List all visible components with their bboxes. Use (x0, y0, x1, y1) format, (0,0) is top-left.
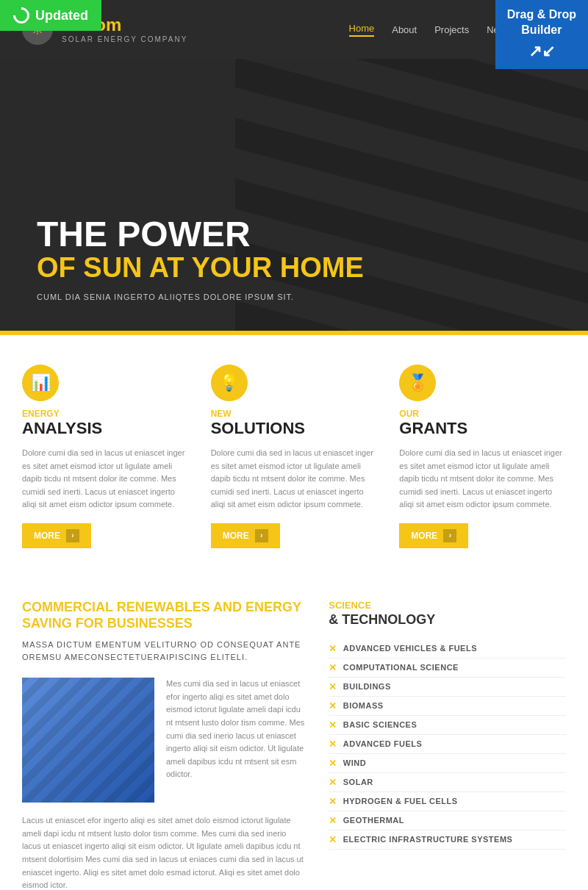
hero-title-line1: THE POWER (37, 217, 551, 252)
list-item: ✕ADVANCED VEHICLES & FUELS (329, 639, 566, 658)
commercial-text2: Lacus ut eniascet efor ingerto aliqi es … (22, 814, 306, 890)
science-title: & TECHNOLOGY (329, 612, 566, 628)
feature-solutions-text: Dolore cumi dia sed in lacus ut eniascet… (211, 447, 378, 512)
dnd-line2: Builder (521, 24, 562, 36)
x-icon: ✕ (329, 834, 337, 845)
dnd-badge: Drag & Drop Builder ↗↙ (495, 0, 588, 69)
feature-grants-text: Dolore cumi dia sed in lacus ut eniascet… (399, 447, 566, 512)
dnd-line1: Drag & Drop (507, 8, 576, 21)
feature-solutions-title: SOLUTIONS (211, 419, 378, 438)
feature-grants-icon: 🏅 (399, 365, 436, 401)
feature-solutions-label: NEW (211, 409, 378, 419)
chevron-right-icon: › (66, 529, 79, 542)
feature-energy: 📊 ENERGY ANALYSIS Dolore cumi dia sed in… (22, 365, 189, 548)
nav-home[interactable]: Home (349, 23, 375, 37)
feature-grants-more[interactable]: MORE › (399, 523, 468, 548)
list-item: ✕BIOMASS (329, 697, 566, 716)
commercial-heading: COMMERCIAL RENEWABLES AND ENERGY SAVING … (22, 600, 306, 631)
x-icon: ✕ (329, 796, 337, 807)
x-icon: ✕ (329, 643, 337, 654)
feature-grants-label: OUR (399, 409, 566, 419)
nav-projects[interactable]: Projects (434, 24, 469, 35)
x-icon: ✕ (329, 739, 337, 750)
commercial-text1: Mes cumi dia sed in lacus ut eniascet ef… (166, 678, 306, 781)
x-icon: ✕ (329, 662, 337, 673)
science-section: SCIENCE & TECHNOLOGY ✕ADVANCED VEHICLES … (329, 600, 566, 890)
x-icon: ✕ (329, 719, 337, 731)
mid-section: COMMERCIAL RENEWABLES AND ENERGY SAVING … (0, 578, 588, 890)
list-item: ✕ELECTRIC INFRASTRUCTURE SYSTEMS (329, 830, 566, 850)
tech-list: ✕ADVANCED VEHICLES & FUELS ✕COMPUTATIONA… (329, 639, 566, 850)
feature-solutions: 💡 NEW SOLUTIONS Dolore cumi dia sed in l… (211, 365, 378, 548)
feature-energy-title: ANALYSIS (22, 419, 189, 438)
hero-section: THE POWER OF SUN AT YOUR HOME CUML DIA S… (0, 59, 588, 331)
feature-solutions-icon: 💡 (211, 365, 248, 401)
updated-badge: Updated (0, 0, 101, 31)
features-section: 📊 ENERGY ANALYSIS Dolore cumi dia sed in… (0, 335, 588, 578)
hero-content: THE POWER OF SUN AT YOUR HOME CUML DIA S… (37, 217, 551, 301)
chevron-right-icon: › (255, 529, 268, 542)
feature-grants-title: GRANTS (399, 419, 566, 438)
science-label: SCIENCE (329, 600, 566, 611)
list-item: ✕WIND (329, 754, 566, 773)
list-item: ✕BASIC SCIENCES (329, 716, 566, 735)
refresh-icon (10, 4, 32, 26)
x-icon: ✕ (329, 700, 337, 711)
list-item: ✕HYDROGEN & FUEL CELLS (329, 792, 566, 811)
hero-title-line2: OF SUN AT YOUR HOME (37, 252, 551, 284)
list-item: ✕GEOTHERMAL (329, 811, 566, 830)
logo-sub: SOLAR ENERGY COMPANY (62, 35, 187, 43)
feature-grants: 🏅 OUR GRANTS Dolore cumi dia sed in lacu… (399, 365, 566, 548)
x-icon: ✕ (329, 758, 337, 769)
x-icon: ✕ (329, 815, 337, 826)
commercial-section: COMMERCIAL RENEWABLES AND ENERGY SAVING … (22, 600, 306, 890)
x-icon: ✕ (329, 681, 337, 692)
feature-energy-label: ENERGY (22, 409, 189, 419)
arrows-icon: ↗↙ (507, 41, 576, 62)
list-item: ✕COMPUTATIONAL SCIENCE (329, 658, 566, 678)
feature-energy-icon: 📊 (22, 365, 59, 401)
updated-label: Updated (35, 8, 88, 24)
list-item: ✕ADVANCED FUELS (329, 735, 566, 754)
nav-about[interactable]: About (392, 24, 417, 35)
chevron-right-icon: › (443, 529, 456, 542)
list-item: ✕SOLAR (329, 773, 566, 792)
feature-solutions-more[interactable]: MORE › (211, 523, 280, 548)
x-icon: ✕ (329, 777, 337, 788)
feature-energy-text: Dolore cumi dia sed in lacus ut eniascet… (22, 447, 189, 512)
commercial-content: Mes cumi dia sed in lacus ut eniascet ef… (22, 678, 306, 803)
solar-panel-image (22, 678, 154, 803)
feature-energy-more[interactable]: MORE › (22, 523, 91, 548)
hero-tagline: CUML DIA SENIA INGERTO ALIIQTES DOLORE I… (37, 293, 551, 301)
commercial-tagline: MASSA DICTUM EMENTUM VELITURNO OD CONSEQ… (22, 639, 306, 663)
list-item: ✕BUILDINGS (329, 678, 566, 697)
